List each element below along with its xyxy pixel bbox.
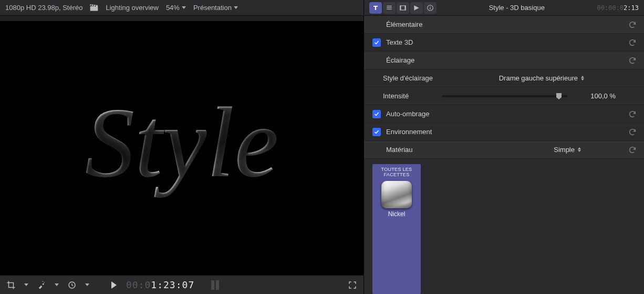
lighting-label: Éclairage xyxy=(386,56,414,64)
svg-rect-10 xyxy=(387,8,391,9)
viewer-bottombar: 00:01:23:07 xyxy=(0,275,363,294)
intensity-value[interactable]: 100,0 % xyxy=(579,92,616,100)
lighting-style-value: Drame gauche supérieure xyxy=(499,74,578,82)
slider-thumb-icon[interactable] xyxy=(556,93,562,100)
checkbox-auto-shadow[interactable] xyxy=(372,110,381,118)
viewer-topbar: 1080p HD 23.98p, Stéréo Lighting overvie… xyxy=(0,0,363,16)
svg-rect-8 xyxy=(387,5,391,6)
material-swatch-icon xyxy=(381,181,412,208)
svg-rect-15 xyxy=(430,7,430,9)
play-button[interactable] xyxy=(111,281,117,289)
environment-label: Environnement xyxy=(386,128,432,136)
view-menu-dropdown[interactable]: Présentation xyxy=(193,4,238,12)
row-intensity: Intensité 100,0 % xyxy=(364,87,644,105)
reset-icon[interactable] xyxy=(628,128,637,136)
tab-paragraph[interactable] xyxy=(383,2,396,14)
svg-rect-12 xyxy=(400,5,401,9)
audio-meter-icon xyxy=(211,280,219,290)
viewer-canvas[interactable]: Style xyxy=(0,21,363,275)
material-mode-dropdown[interactable]: Simple xyxy=(554,146,581,154)
timecode-display[interactable]: 00:01:23:07 xyxy=(126,279,194,290)
text3d-label: Texte 3D xyxy=(386,38,413,46)
reset-icon[interactable] xyxy=(628,38,637,47)
inspector-tabs xyxy=(369,2,437,14)
inspector-duration: 00:00:02:13 xyxy=(597,4,639,12)
row-environment: Environnement xyxy=(364,123,644,141)
row-lighting-style: Style d'éclairage Drame gauche supérieur… xyxy=(364,69,644,87)
checkbox-text3d[interactable] xyxy=(372,38,381,47)
stepper-icon xyxy=(581,76,584,80)
timecode-lit: 1:23:07 xyxy=(151,279,194,290)
fullscreen-icon[interactable] xyxy=(347,280,358,290)
format-label: 1080p HD 23.98p, Stéréo xyxy=(5,4,82,12)
clip-name-dropdown[interactable]: Lighting overview xyxy=(106,4,158,12)
facet-header2: FACETTES xyxy=(375,173,419,178)
section-material[interactable]: Matériau Simple xyxy=(364,141,644,159)
inspector-title: Style - 3D basique xyxy=(441,4,593,12)
tab-text[interactable] xyxy=(369,2,382,14)
auto-shadow-label: Auto-ombrage xyxy=(386,110,429,118)
lighting-style-label: Style d'éclairage xyxy=(383,74,451,82)
svg-point-6 xyxy=(43,281,44,282)
svg-rect-16 xyxy=(430,6,430,6)
chevron-down-icon[interactable] xyxy=(85,283,89,286)
preview-3d-text: Style xyxy=(85,85,278,200)
clapperboard-icon xyxy=(90,4,98,12)
svg-rect-9 xyxy=(387,7,391,7)
svg-rect-13 xyxy=(405,5,406,9)
lighting-style-dropdown[interactable]: Drame gauche supérieure xyxy=(499,74,584,82)
chevron-down-icon xyxy=(182,6,186,9)
svg-point-5 xyxy=(44,282,45,283)
row-auto-shadow: Auto-ombrage xyxy=(364,105,644,123)
clip-name-label: Lighting overview xyxy=(106,4,158,12)
svg-rect-0 xyxy=(90,6,98,11)
material-label: Matériau xyxy=(386,146,413,154)
zoom-label: 54% xyxy=(166,4,180,12)
tab-info[interactable] xyxy=(424,2,437,14)
retime-tool-icon[interactable] xyxy=(66,280,78,290)
viewer-panel: 1080p HD 23.98p, Stéréo Lighting overvie… xyxy=(0,0,363,294)
reset-icon[interactable] xyxy=(628,56,637,65)
material-facets: TOUTES LES FACETTES Nickel xyxy=(364,159,644,294)
section-elementary-label: Élémentaire xyxy=(386,21,422,28)
tab-video[interactable] xyxy=(397,2,409,14)
tab-generator[interactable] xyxy=(410,2,423,14)
facet-name: Nickel xyxy=(375,210,419,218)
crop-tool-icon[interactable] xyxy=(5,280,17,290)
section-lighting[interactable]: Éclairage xyxy=(364,52,644,69)
intensity-slider[interactable] xyxy=(442,95,567,97)
stepper-icon xyxy=(578,147,581,152)
chevron-down-icon xyxy=(234,6,238,9)
chevron-down-icon[interactable] xyxy=(55,283,59,286)
inspector-topbar: Style - 3D basique 00:00:02:13 xyxy=(364,0,644,16)
view-menu-label: Présentation xyxy=(193,4,232,12)
facet-card-all[interactable]: TOUTES LES FACETTES Nickel xyxy=(372,164,421,294)
section-elementary[interactable]: Élémentaire xyxy=(364,16,644,34)
checkbox-environment[interactable] xyxy=(372,128,381,136)
reset-icon[interactable] xyxy=(628,21,637,29)
material-mode-value: Simple xyxy=(554,146,575,154)
row-text3d: Texte 3D xyxy=(364,34,644,52)
intensity-label: Intensité xyxy=(383,92,430,100)
enhance-tool-icon[interactable] xyxy=(36,280,47,290)
inspector-panel: Style - 3D basique 00:00:02:13 Élémentai… xyxy=(363,0,644,294)
reset-icon[interactable] xyxy=(628,110,637,118)
chevron-down-icon[interactable] xyxy=(24,283,28,286)
reset-icon[interactable] xyxy=(628,146,637,154)
timecode-dim: 00:0 xyxy=(126,279,151,290)
zoom-dropdown[interactable]: 54% xyxy=(166,4,186,12)
